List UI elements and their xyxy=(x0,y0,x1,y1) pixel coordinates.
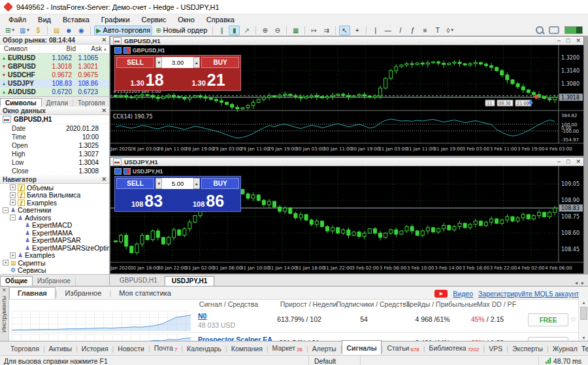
volume-decrease-icon[interactable]: ▼ xyxy=(155,178,162,189)
fibonacci-button[interactable]: ƒ xyxy=(407,26,418,35)
depth-of-market-icon[interactable] xyxy=(123,168,131,175)
data-window-button[interactable]: ☻ xyxy=(63,26,74,35)
signal-row[interactable]: N048 033 USD613.79% / 102544 968 /61%45%… xyxy=(0,309,588,332)
column-header[interactable]: Сигнал / Средства xyxy=(199,300,258,308)
column-bid[interactable]: Bid xyxy=(47,45,76,52)
symbol-cell[interactable]: GBPUSD xyxy=(8,63,43,70)
chat-icon[interactable] xyxy=(549,26,559,34)
navigator-tab-1[interactable]: Общие xyxy=(0,276,33,286)
tree-item[interactable]: −♟Советники xyxy=(0,207,109,215)
buy-button[interactable]: BUY xyxy=(201,178,239,189)
tree-item[interactable]: +♟Examples xyxy=(0,252,109,260)
sell-button[interactable]: SELL xyxy=(116,57,154,68)
column-ask[interactable]: Ask xyxy=(76,45,102,52)
column-symbol[interactable]: Символ xyxy=(0,45,47,52)
tree-item[interactable]: ♟ExpertMACD xyxy=(0,222,109,230)
close-icon[interactable]: ✕ xyxy=(576,158,581,165)
signals-scrollbar[interactable]: ▲ ▼ xyxy=(578,299,588,341)
video-icon[interactable]: ▶ xyxy=(434,290,448,298)
expand-icon[interactable]: + xyxy=(10,252,16,258)
tree-item[interactable]: −♟Advisors xyxy=(0,214,109,222)
toolbox-tab-новости[interactable]: Новости xyxy=(114,343,148,355)
depth-of-market-icon[interactable] xyxy=(123,47,131,54)
expand-icon[interactable]: + xyxy=(3,260,8,266)
minimize-icon[interactable]: – xyxy=(557,37,561,44)
trendline-button[interactable]: / xyxy=(395,26,406,35)
volume-input[interactable] xyxy=(162,178,193,189)
zoom-in-button[interactable]: ⊕ xyxy=(259,26,270,35)
chart-window-titlebar[interactable]: USDJPY,H1 – □ ✕ xyxy=(110,158,583,166)
candlestick-chart-button[interactable]: ▮ xyxy=(229,26,240,35)
column-header[interactable]: Прирост / Недели xyxy=(280,300,337,308)
signal-name-link[interactable]: N0 xyxy=(198,312,206,320)
chart-canvas[interactable]: #11312203 sell 3.00CCI(14) 190.751.32001… xyxy=(110,45,583,156)
scroll-down-icon[interactable]: ▼ xyxy=(581,336,586,340)
vertical-line-button[interactable]: | xyxy=(370,26,381,35)
volume-increase-icon[interactable]: ▲ xyxy=(193,57,200,68)
toolbox-tab-активы[interactable]: Активы xyxy=(45,343,76,355)
navigator-tab-2[interactable]: Избранное xyxy=(33,277,76,286)
signals-tab-1[interactable]: Главная xyxy=(9,287,56,299)
dropdown-icon[interactable]: ▾ xyxy=(451,27,453,33)
close-icon[interactable]: ✕ xyxy=(2,287,7,293)
signal-row[interactable]: Prospector Scalper EA201.54% / 912652 43… xyxy=(0,332,588,341)
market-watch-button[interactable]: ▤ xyxy=(51,26,62,35)
menu-item[interactable]: Справка xyxy=(201,15,240,24)
column-header[interactable]: Трейды / Прибыльные xyxy=(406,300,477,308)
market-watch-row[interactable]: ▲EURUSD1.10621.1065 xyxy=(0,54,109,62)
volume-input[interactable] xyxy=(162,57,193,68)
objects-button[interactable]: ◊▾ xyxy=(444,26,455,35)
autotrading-button[interactable]: ▶Авто-торговля xyxy=(94,26,152,35)
toolbox-tab-vps[interactable]: VPS xyxy=(485,343,506,355)
zoom-out-button[interactable]: ⊖ xyxy=(272,26,283,35)
buy-price[interactable]: 10886 xyxy=(178,189,239,210)
column-header[interactable]: Подписчики / Средства xyxy=(336,300,410,308)
scroll-up-icon[interactable]: ▲ xyxy=(102,47,108,51)
toolbox-tab-эксперты[interactable]: Эксперты xyxy=(508,343,547,355)
scroll-right-icon[interactable]: ▸ xyxy=(581,280,584,286)
toolbox-tab-торговля[interactable]: Торговля xyxy=(7,343,43,355)
auto-scroll-button[interactable]: ⇉ xyxy=(321,26,332,35)
favorite-star-icon[interactable]: ☆ xyxy=(570,315,577,324)
close-icon[interactable]: ✕ xyxy=(101,176,106,182)
maximize-icon[interactable]: □ xyxy=(566,37,570,44)
sell-button[interactable]: SELL xyxy=(116,178,154,189)
dropdown-icon[interactable]: ▾ xyxy=(27,27,29,33)
sell-price[interactable]: 1.3018 xyxy=(116,68,178,89)
strategy-tester-label[interactable]: Тестер стратегий xyxy=(581,345,588,353)
status-profile[interactable]: Default xyxy=(308,356,361,365)
line-chart-button[interactable]: ↗ xyxy=(241,26,252,35)
toolbox-tab-маркет[interactable]: Маркет26 xyxy=(269,342,306,355)
expand-icon[interactable]: + xyxy=(10,192,16,198)
signals-tab-3[interactable]: Моя статистика xyxy=(111,288,179,299)
dropdown-icon[interactable]: ▾ xyxy=(12,27,14,33)
toolbox-tab-почта[interactable]: Почта7 xyxy=(150,342,182,355)
chart-tab-gbpusd[interactable]: GBPUSD,H1 xyxy=(112,275,165,286)
tree-item[interactable]: +fExamples xyxy=(0,199,109,207)
shift-end-button[interactable]: ↦ xyxy=(308,26,319,35)
chart-tab-usdjpy[interactable]: USDJPY,H1 xyxy=(165,276,214,286)
symbol-cell[interactable]: USDJPY xyxy=(8,80,43,87)
tree-item[interactable]: ♟ExpertMAPSAR xyxy=(0,237,109,245)
signals-tab-2[interactable]: Избранное xyxy=(57,288,110,299)
toolbox-tab-история[interactable]: История xyxy=(78,343,112,355)
menu-item[interactable]: Вид xyxy=(32,15,57,24)
volume-decrease-icon[interactable]: ▼ xyxy=(155,57,162,68)
volume-increase-icon[interactable]: ▲ xyxy=(193,178,200,189)
one-click-icon[interactable] xyxy=(114,168,122,175)
chart-canvas[interactable]: 109.05108.90108.75108.60108.45108.8330 J… xyxy=(110,166,583,273)
expand-icon[interactable]: + xyxy=(10,184,16,190)
toolbox-tab-сигналы[interactable]: Сигналы xyxy=(342,340,381,355)
tree-item[interactable]: ⚙Сервисы xyxy=(0,267,109,275)
horizontal-line-button[interactable]: — xyxy=(382,26,393,35)
navigator-button[interactable]: ◉ xyxy=(76,26,87,35)
collapse-icon[interactable]: − xyxy=(3,207,8,213)
register-mql5-link[interactable]: Зарегистрируйте MQL5 аккаунт xyxy=(478,290,579,298)
bar-chart-button[interactable]: ∥ xyxy=(216,26,227,35)
buy-price[interactable]: 1.3021 xyxy=(178,68,239,89)
column-header[interactable]: Max DD / PF xyxy=(477,300,516,308)
tree-item[interactable]: ♟ExpertMAMA xyxy=(0,229,109,237)
tree-item[interactable]: +fБилла Вильямса xyxy=(0,192,109,200)
toolbox-tab-статьи[interactable]: Статьи678 xyxy=(383,342,423,355)
menu-item[interactable]: Окно xyxy=(172,15,201,24)
